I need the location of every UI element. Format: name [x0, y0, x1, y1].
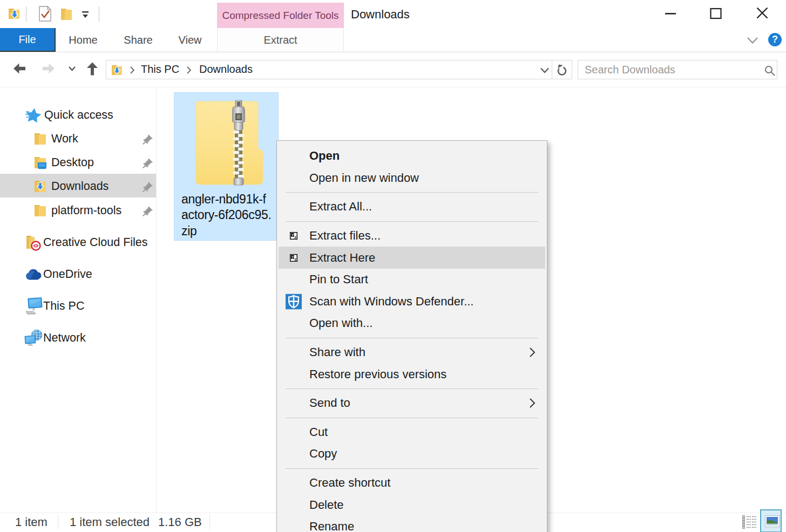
svg-text:z: z [294, 257, 297, 261]
svg-text:z: z [294, 235, 297, 240]
svg-text:7: 7 [292, 234, 294, 238]
svg-text:7: 7 [292, 255, 294, 260]
